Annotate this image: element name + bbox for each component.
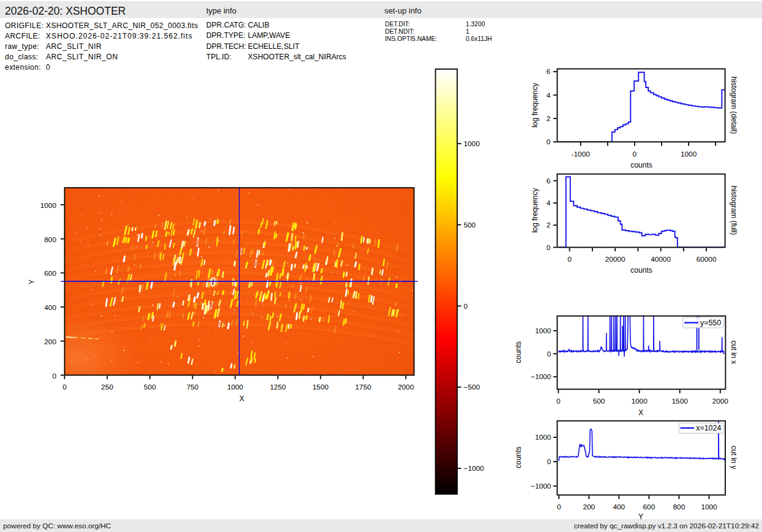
svg-text:20000: 20000 <box>605 255 626 264</box>
svg-text:ARCFILE:: ARCFILE: <box>5 32 40 40</box>
svg-text:DET.DIT:: DET.DIT: <box>385 21 410 28</box>
svg-text:XSHOOTER_SLT_ARC_NIR_052_0003.: XSHOOTER_SLT_ARC_NIR_052_0003.fits <box>46 21 198 30</box>
svg-text:raw_type:: raw_type: <box>5 42 39 51</box>
svg-text:created by qc_rawdisp.py v1.2.: created by qc_rawdisp.py v1.2.3 on 2026-… <box>574 522 759 530</box>
svg-text:counts: counts <box>630 266 652 275</box>
svg-text:250: 250 <box>101 383 113 391</box>
svg-text:2000: 2000 <box>712 397 729 405</box>
svg-text:histogram (detail): histogram (detail) <box>730 76 738 134</box>
svg-text:1000: 1000 <box>535 433 551 441</box>
svg-text:X: X <box>239 394 244 403</box>
svg-text:cut in x: cut in x <box>730 341 738 364</box>
svg-text:0: 0 <box>52 372 56 380</box>
svg-text:1750: 1750 <box>355 383 372 391</box>
svg-text:0: 0 <box>464 302 468 311</box>
svg-text:histogram (full): histogram (full) <box>730 186 738 235</box>
svg-text:1500: 1500 <box>672 397 689 405</box>
svg-text:1.3200: 1.3200 <box>466 21 485 28</box>
svg-text:extension:: extension: <box>5 63 41 72</box>
svg-text:4: 4 <box>547 91 551 100</box>
svg-text:−1000: −1000 <box>464 464 485 473</box>
svg-text:Y: Y <box>638 512 643 521</box>
svg-text:TPL.ID:: TPL.ID: <box>206 53 231 61</box>
svg-text:1000: 1000 <box>681 150 697 158</box>
svg-text:2000: 2000 <box>398 383 414 391</box>
svg-text:0: 0 <box>547 243 551 252</box>
svg-text:DPR.TYPE:: DPR.TYPE: <box>206 31 245 40</box>
svg-text:ARC_SLIT_NIR: ARC_SLIT_NIR <box>46 42 102 51</box>
svg-text:400: 400 <box>613 503 625 511</box>
svg-text:6: 6 <box>547 177 551 185</box>
svg-text:500: 500 <box>144 383 156 391</box>
svg-text:powered by QC: www.eso.org/HC: powered by QC: www.eso.org/HC <box>3 522 111 530</box>
svg-text:200: 200 <box>583 503 595 511</box>
svg-text:XSHOO.2026-02-21T09:39:21.562.: XSHOO.2026-02-21T09:39:21.562.fits <box>46 32 193 40</box>
svg-text:do_class:: do_class: <box>5 53 39 61</box>
svg-text:1: 1 <box>466 28 469 35</box>
svg-text:2: 2 <box>547 221 551 229</box>
svg-text:1000: 1000 <box>701 503 717 511</box>
svg-text:60000: 60000 <box>697 255 717 264</box>
svg-text:2: 2 <box>547 114 551 123</box>
svg-text:set-up info: set-up info <box>384 6 422 15</box>
svg-text:−500: −500 <box>464 383 480 391</box>
svg-text:DET.NDIT:: DET.NDIT: <box>385 28 414 35</box>
svg-text:40000: 40000 <box>651 255 671 264</box>
svg-text:ECHELLE,SLIT: ECHELLE,SLIT <box>248 42 300 51</box>
svg-text:−1000: −1000 <box>531 482 551 490</box>
svg-text:0: 0 <box>547 350 551 358</box>
svg-text:0: 0 <box>547 457 551 466</box>
svg-text:200: 200 <box>44 338 56 346</box>
svg-text:400: 400 <box>44 303 56 312</box>
svg-text:log frequency: log frequency <box>531 83 539 128</box>
svg-text:1250: 1250 <box>270 383 286 391</box>
svg-text:X: X <box>638 408 643 417</box>
svg-text:counts: counts <box>514 341 523 363</box>
svg-text:0: 0 <box>46 63 50 72</box>
svg-text:XSHOOTER_slt_cal_NIRArcs: XSHOOTER_slt_cal_NIRArcs <box>248 53 346 61</box>
svg-text:0: 0 <box>62 383 67 391</box>
svg-text:500: 500 <box>593 397 605 405</box>
svg-text:1500: 1500 <box>313 383 329 391</box>
svg-text:600: 600 <box>44 269 56 278</box>
svg-text:4: 4 <box>547 199 551 207</box>
svg-text:1000: 1000 <box>535 327 551 335</box>
svg-text:1000: 1000 <box>464 139 480 148</box>
svg-text:0: 0 <box>567 255 572 264</box>
svg-text:counts: counts <box>514 446 523 468</box>
svg-text:counts: counts <box>630 161 652 169</box>
svg-text:2026-02-20: XSHOOTER: 2026-02-20: XSHOOTER <box>5 5 125 17</box>
svg-text:LAMP,WAVE: LAMP,WAVE <box>248 31 290 40</box>
svg-text:800: 800 <box>44 235 56 244</box>
svg-text:0: 0 <box>633 150 637 158</box>
svg-text:0: 0 <box>547 138 551 146</box>
svg-text:6: 6 <box>547 67 551 76</box>
svg-text:DPR.TECH:: DPR.TECH: <box>206 42 246 51</box>
svg-text:INS.OPTI5.NAME:: INS.OPTI5.NAME: <box>385 35 437 42</box>
svg-text:x=1024: x=1024 <box>696 424 721 432</box>
svg-text:cut in y: cut in y <box>730 446 738 470</box>
svg-text:800: 800 <box>673 503 685 511</box>
svg-text:600: 600 <box>643 503 656 511</box>
svg-text:ARC_SLIT_NIR_ON: ARC_SLIT_NIR_ON <box>46 53 118 61</box>
svg-text:Y: Y <box>28 279 36 284</box>
svg-text:log frequency: log frequency <box>531 188 539 233</box>
svg-text:0.6x11JH: 0.6x11JH <box>466 35 492 42</box>
svg-text:-1000: -1000 <box>572 150 591 158</box>
svg-text:1000: 1000 <box>631 397 648 405</box>
svg-text:500: 500 <box>464 221 476 229</box>
svg-text:0: 0 <box>557 503 561 511</box>
svg-text:0: 0 <box>556 397 561 405</box>
svg-text:1000: 1000 <box>40 201 57 210</box>
svg-text:ORIGFILE:: ORIGFILE: <box>5 21 43 30</box>
svg-text:−1000: −1000 <box>531 372 551 381</box>
svg-text:y=550: y=550 <box>700 319 721 327</box>
svg-text:750: 750 <box>187 383 199 391</box>
svg-text:CALIB: CALIB <box>248 21 269 29</box>
svg-text:type info: type info <box>206 6 236 15</box>
svg-text:DPR.CATG:: DPR.CATG: <box>206 21 246 29</box>
svg-text:1000: 1000 <box>227 383 244 391</box>
